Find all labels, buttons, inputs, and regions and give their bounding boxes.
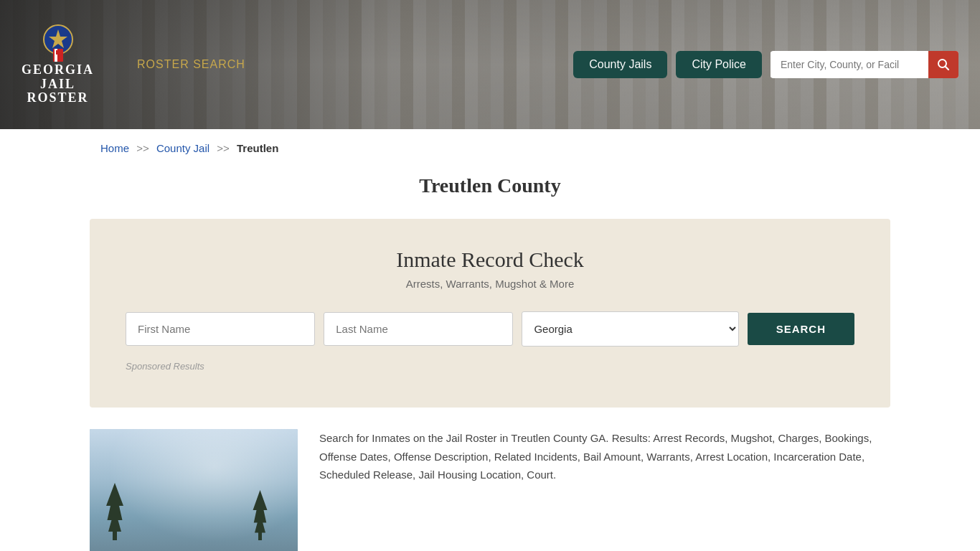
breadcrumb-county-jail[interactable]: County Jail <box>156 142 209 154</box>
inmate-box-subtitle: Arrests, Warrants, Mugshot & More <box>126 278 854 290</box>
search-icon <box>937 58 950 71</box>
page-title: Treutlen County <box>0 174 980 197</box>
logo-line2: JAIL <box>40 77 75 92</box>
first-name-input[interactable] <box>126 312 315 346</box>
breadcrumb-home[interactable]: Home <box>100 142 129 154</box>
svg-line-6 <box>945 67 948 70</box>
georgia-seal-icon <box>40 24 76 63</box>
county-jails-button[interactable]: County Jails <box>573 51 667 78</box>
bottom-section: Search for Inmates on the Jail Roster in… <box>90 429 890 551</box>
inmate-record-check-box: Inmate Record Check Arrests, Warrants, M… <box>90 219 890 408</box>
city-police-button[interactable]: City Police <box>676 51 762 78</box>
inmate-search-button[interactable]: SEARCH <box>748 313 854 345</box>
breadcrumb-sep1: >> <box>136 142 149 154</box>
svg-rect-4 <box>56 50 60 55</box>
site-logo: GEORGIA JAIL ROSTER <box>22 24 94 105</box>
header-search-button[interactable] <box>928 51 958 78</box>
header-right-controls: County Jails City Police <box>573 51 958 78</box>
breadcrumb: Home >> County Jail >> Treutlen <box>0 129 980 167</box>
header-search-input[interactable] <box>771 52 928 77</box>
inmate-box-title: Inmate Record Check <box>126 248 854 272</box>
county-image <box>90 429 298 551</box>
logo-line3: ROSTER <box>27 91 88 105</box>
inmate-search-form: Georgia SEARCH <box>126 311 854 347</box>
breadcrumb-current: Treutlen <box>237 142 278 154</box>
breadcrumb-sep2: >> <box>217 142 230 154</box>
state-select[interactable]: Georgia <box>522 311 738 347</box>
bottom-description: Search for Inmates on the Jail Roster in… <box>319 429 890 484</box>
header-search-bar <box>771 51 958 78</box>
site-header: GEORGIA JAIL ROSTER ROSTER SEARCH County… <box>0 0 980 129</box>
logo-line1: GEORGIA <box>22 63 94 77</box>
sponsored-label: Sponsored Results <box>126 361 854 372</box>
roster-search-link[interactable]: ROSTER SEARCH <box>137 58 245 71</box>
last-name-input[interactable] <box>324 312 513 346</box>
sky-background <box>90 429 298 551</box>
